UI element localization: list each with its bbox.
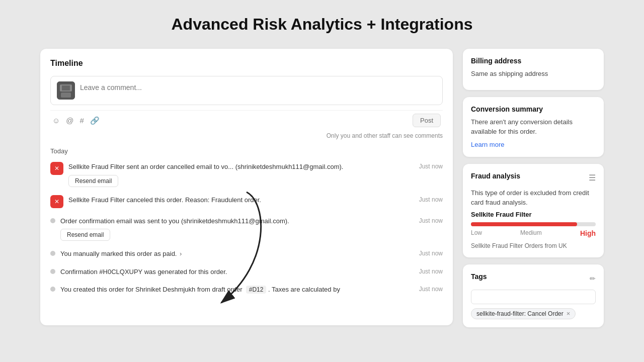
event-text: Confirmation #H0CLQXUPY was generated fo… bbox=[60, 267, 227, 277]
risk-low-label: Low bbox=[471, 229, 482, 237]
comment-box bbox=[50, 76, 443, 105]
event-body: Sellkite Fraud Filter canceled this orde… bbox=[68, 195, 443, 205]
timeline-event: ✕ Sellkite Fraud Filter sent an order ca… bbox=[50, 162, 443, 187]
event-text: You created this order for Shriniket Des… bbox=[60, 285, 340, 295]
timeline-events: ✕ Sellkite Fraud Filter sent an order ca… bbox=[50, 162, 443, 295]
tags-input[interactable] bbox=[471, 290, 596, 304]
timeline-event: Order confirmation email was sent to you… bbox=[50, 216, 443, 241]
tag-chip: sellkite-fraud-filter: Cancel Order × bbox=[471, 308, 576, 319]
comment-toolbar: ☺ @ # 🔗 Post bbox=[50, 110, 443, 130]
tags-title: Tags bbox=[471, 273, 487, 281]
fraud-filter-label: Sellkite Fraud Filter bbox=[471, 211, 596, 218]
fraud-header: Fraud analysis ☰ bbox=[471, 172, 596, 184]
hash-icon[interactable]: # bbox=[80, 116, 84, 125]
chevron-right-icon[interactable]: › bbox=[180, 250, 182, 257]
resend-email-button-1[interactable]: Resend email bbox=[68, 175, 118, 187]
toolbar-icons: ☺ @ # 🔗 bbox=[52, 116, 100, 125]
risk-medium-label: Medium bbox=[520, 229, 542, 237]
event-dot bbox=[50, 218, 55, 223]
event-time: Just now bbox=[419, 163, 443, 170]
event-dot bbox=[50, 269, 55, 274]
fraud-title: Fraud analysis bbox=[471, 172, 520, 180]
tag-remove-button[interactable]: × bbox=[567, 310, 571, 317]
order-tag: #D12 bbox=[246, 286, 267, 294]
timeline-event: You created this order for Shriniket Des… bbox=[50, 285, 443, 295]
timeline-event: Confirmation #H0CLQXUPY was generated fo… bbox=[50, 267, 443, 277]
timeline-event: You manually marked this order as paid. … bbox=[50, 249, 443, 259]
tags-header: Tags ✏ bbox=[471, 273, 596, 285]
fraud-panel: Fraud analysis ☰ This type of order is e… bbox=[463, 164, 604, 257]
event-body: You manually marked this order as paid. … bbox=[60, 249, 443, 259]
risk-bar-fill bbox=[471, 222, 577, 226]
post-button[interactable]: Post bbox=[413, 114, 441, 127]
event-body: Confirmation #H0CLQXUPY was generated fo… bbox=[60, 267, 443, 277]
conversion-content: There aren't any conversion details avai… bbox=[471, 117, 596, 137]
tag-label: sellkite-fraud-filter: Cancel Order bbox=[476, 310, 564, 317]
event-time: Just now bbox=[419, 286, 443, 293]
right-panels: Billing address Same as shipping address… bbox=[463, 49, 604, 327]
event-time: Just now bbox=[419, 196, 443, 203]
event-time: Just now bbox=[419, 217, 443, 224]
event-text: You manually marked this order as paid. … bbox=[60, 249, 182, 259]
billing-title: Billing address bbox=[471, 57, 596, 65]
billing-content: Same as shipping address bbox=[471, 69, 596, 79]
event-body: Sellkite Fraud Filter sent an order canc… bbox=[68, 162, 443, 187]
link-icon[interactable]: 🔗 bbox=[90, 116, 100, 125]
learn-more-link[interactable]: Learn more bbox=[471, 141, 504, 148]
fraud-filter-icon: ✕ bbox=[50, 162, 63, 175]
timeline-event: ✕ Sellkite Fraud Filter canceled this or… bbox=[50, 195, 443, 208]
staff-note: Only you and other staff can see comment… bbox=[50, 132, 443, 139]
timeline-panel: Timeline bbox=[40, 49, 453, 325]
tags-chips: sellkite-fraud-filter: Cancel Order × bbox=[471, 308, 596, 319]
tags-panel: Tags ✏ sellkite-fraud-filter: Cancel Ord… bbox=[463, 264, 604, 327]
billing-panel: Billing address Same as shipping address bbox=[463, 49, 604, 90]
conversion-panel: Conversion summary There aren't any conv… bbox=[463, 97, 604, 157]
event-text: Sellkite Fraud Filter sent an order canc… bbox=[68, 162, 343, 172]
event-body: Order confirmation email was sent to you… bbox=[60, 216, 443, 241]
fraud-filter-cancel-icon: ✕ bbox=[50, 195, 63, 208]
svg-rect-3 bbox=[62, 85, 70, 90]
event-time: Just now bbox=[419, 268, 443, 275]
fraud-description: This type of order is excluded from cred… bbox=[471, 188, 596, 208]
event-dot bbox=[50, 251, 55, 256]
page-title: Advanced Risk Analytics + Integrations bbox=[40, 15, 604, 34]
comment-input[interactable] bbox=[80, 81, 436, 94]
risk-bar bbox=[471, 222, 596, 226]
event-time: Just now bbox=[419, 250, 443, 257]
event-dot bbox=[50, 287, 55, 292]
event-body: You created this order for Shriniket Des… bbox=[60, 285, 443, 295]
emoji-icon[interactable]: ☺ bbox=[52, 116, 60, 125]
timeline-title: Timeline bbox=[50, 59, 443, 68]
fraud-filter-info: Sellkite Fraud Filter Orders from UK bbox=[471, 242, 596, 249]
resend-email-button-2[interactable]: Resend email bbox=[60, 229, 110, 241]
list-icon[interactable]: ☰ bbox=[589, 173, 596, 183]
risk-labels: Low Medium High bbox=[471, 229, 596, 237]
svg-rect-2 bbox=[61, 93, 71, 98]
risk-high-label: High bbox=[580, 229, 596, 237]
edit-icon[interactable]: ✏ bbox=[590, 275, 596, 283]
event-text: Sellkite Fraud Filter canceled this orde… bbox=[68, 195, 261, 205]
event-text: Order confirmation email was sent to you… bbox=[60, 216, 289, 226]
avatar bbox=[57, 81, 75, 100]
conversion-title: Conversion summary bbox=[471, 105, 596, 113]
today-label: Today bbox=[50, 147, 443, 155]
at-icon[interactable]: @ bbox=[66, 116, 73, 125]
